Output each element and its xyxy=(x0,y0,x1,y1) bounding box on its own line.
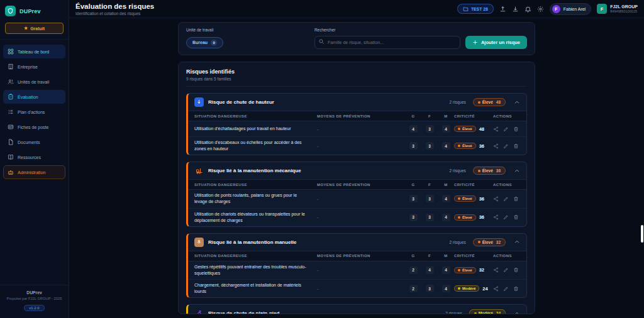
risk-group-header[interactable]: Risque lié à la manutention manuelle 2 r… xyxy=(188,234,526,251)
col-prevention: MOYENS DE PRÉVENTION xyxy=(317,183,405,187)
download-icon[interactable] xyxy=(512,6,519,13)
col-g: G xyxy=(405,183,421,187)
book-icon xyxy=(8,154,14,160)
edit-pencil-icon[interactable] xyxy=(503,286,509,292)
risk-group-header[interactable]: Risque de chute de plain-pied 2 risques … xyxy=(188,305,526,314)
prevention-cell: - xyxy=(317,197,405,201)
col-actions: ACTIONS xyxy=(493,114,521,118)
add-risk-button[interactable]: Ajouter un risque xyxy=(465,36,527,49)
delete-trash-icon[interactable] xyxy=(513,267,519,273)
user-menu[interactable]: F Fabien Arel xyxy=(550,3,591,15)
section-title: Risques identifiés xyxy=(186,69,527,75)
situation-cell: Utilisation de ponts roulants, palans ou… xyxy=(194,192,317,205)
user-name: Fabien Arel xyxy=(564,7,586,11)
share-icon[interactable] xyxy=(493,143,499,149)
frequency-value: 3 xyxy=(426,214,434,221)
col-f: F xyxy=(421,254,438,258)
sidebar-item-fiches-de-poste[interactable]: Fiches de poste xyxy=(3,120,65,134)
users-icon xyxy=(8,79,14,85)
edit-pencil-icon[interactable] xyxy=(503,126,509,132)
plan-badge-label: Gratuit xyxy=(30,26,45,31)
prevention-cell: - xyxy=(317,215,405,219)
risk-group-header[interactable]: Risque lié à la manutention mécanique 2 … xyxy=(188,162,526,179)
situation-cell: Utilisation de chariots élévateurs ou tr… xyxy=(194,211,317,224)
edit-pencil-icon[interactable] xyxy=(503,143,509,149)
table-row: Gestes répétitifs pouvant entraîner des … xyxy=(188,261,526,279)
delete-trash-icon[interactable] xyxy=(513,143,519,149)
footer-credit: Propulsé par FJ2L GROUP - 2025 xyxy=(4,297,65,300)
prevention-cell: - xyxy=(317,268,405,272)
frequency-value: 3 xyxy=(426,195,434,202)
plan-badge-button[interactable]: ★ Gratuit xyxy=(5,23,64,34)
scrollbar-thumb[interactable] xyxy=(641,225,643,243)
delete-trash-icon[interactable] xyxy=(513,126,519,132)
share-icon[interactable] xyxy=(493,126,499,132)
table-row: Chargement, déchargement et installation… xyxy=(188,279,526,297)
filter-bar: Unité de travail Bureau 9 Rechercher xyxy=(178,22,535,55)
section-subtitle: 9 risques dans 5 familles xyxy=(186,77,527,87)
risk-level-badge: Élevé36 xyxy=(473,167,506,175)
edit-pencil-icon[interactable] xyxy=(503,196,509,202)
organization-switcher[interactable]: F FJ2L GROUP 84949893100025 xyxy=(597,4,638,14)
criticity-score: 24 xyxy=(482,286,487,292)
sidebar-item-plan-d-actions[interactable]: Plan d'actions xyxy=(3,105,65,119)
mastery-value: 4 xyxy=(442,214,450,221)
delete-trash-icon[interactable] xyxy=(513,286,519,292)
app-logo[interactable]: DUPrev xyxy=(0,0,69,21)
search-input[interactable] xyxy=(314,36,460,49)
gravity-value: 3 xyxy=(409,195,418,202)
sidebar-item-documents[interactable]: Documents xyxy=(3,135,65,149)
bell-icon[interactable] xyxy=(525,6,531,13)
org-siret: 84949893100025 xyxy=(610,9,638,13)
sidebar-item-administration[interactable]: Administration xyxy=(3,165,65,179)
risk-group: Risque lié à la manutention manuelle 2 r… xyxy=(186,233,527,299)
prevention-cell: - xyxy=(317,144,405,148)
sidebar-item-label: Fiches de poste xyxy=(18,125,48,129)
search-label: Rechercher xyxy=(314,28,460,32)
frequency-value: 3 xyxy=(426,142,434,150)
prevention-cell: - xyxy=(317,287,405,291)
criticity-badge: Élevé xyxy=(454,267,476,273)
sidebar-nav: Tableau de bord Entreprise Unités de tra… xyxy=(0,39,69,184)
share-icon[interactable] xyxy=(493,196,499,202)
risk-group: Risque de chute de hauteur 2 risques Éle… xyxy=(186,93,527,155)
dashboard-icon xyxy=(8,48,14,55)
crown-icon xyxy=(8,169,14,175)
chevron-up-icon[interactable] xyxy=(514,99,520,106)
chevron-up-icon[interactable] xyxy=(514,239,520,245)
sidebar-item-tableau-de-bord[interactable]: Tableau de bord xyxy=(3,45,65,58)
test-environment-badge[interactable]: TEST 28 xyxy=(457,4,494,14)
share-icon[interactable] xyxy=(493,267,499,273)
criticity-badge: Élevé xyxy=(454,214,476,221)
mastery-value: 4 xyxy=(442,142,450,150)
sidebar-item-unites-de-travail[interactable]: Unités de travail xyxy=(3,75,65,89)
share-icon[interactable] xyxy=(493,214,499,220)
settings-gear-icon[interactable] xyxy=(537,6,544,13)
table-row: Utilisation d'escabeaux ou échelles pour… xyxy=(188,136,526,155)
sidebar-item-ressources[interactable]: Ressources xyxy=(3,150,65,164)
frequency-value: 4 xyxy=(426,266,434,274)
mastery-value: 4 xyxy=(442,125,450,133)
edit-pencil-icon[interactable] xyxy=(503,267,509,273)
main-area: Évaluation des risques Identification et… xyxy=(69,0,644,318)
share-icon[interactable] xyxy=(493,286,499,292)
edit-pencil-icon[interactable] xyxy=(503,214,509,220)
upload-icon[interactable] xyxy=(499,6,506,13)
unit-filter-chip[interactable]: Bureau 9 xyxy=(186,37,223,48)
sidebar-item-entreprise[interactable]: Entreprise xyxy=(3,60,65,74)
sidebar-item-evaluation[interactable]: Évaluation xyxy=(3,90,65,104)
chevron-up-icon[interactable] xyxy=(514,168,520,174)
file-icon xyxy=(8,139,14,145)
delete-trash-icon[interactable] xyxy=(513,196,519,202)
criticity-score: 36 xyxy=(479,196,484,202)
content-area: Unité de travail Bureau 9 Rechercher xyxy=(69,18,644,318)
situation-cell: Gestes répétitifs pouvant entraîner des … xyxy=(194,264,317,277)
risk-group-header[interactable]: Risque de chute de hauteur 2 risques Éle… xyxy=(188,94,526,111)
criticity-score: 36 xyxy=(479,214,484,220)
col-g: G xyxy=(405,254,421,258)
col-criticite: CRITICITÉ xyxy=(454,254,493,258)
sidebar-item-label: Tableau de bord xyxy=(18,50,49,54)
delete-trash-icon[interactable] xyxy=(513,214,519,220)
sidebar-item-label: Plan d'actions xyxy=(18,110,45,114)
chevron-up-icon[interactable] xyxy=(514,310,520,314)
